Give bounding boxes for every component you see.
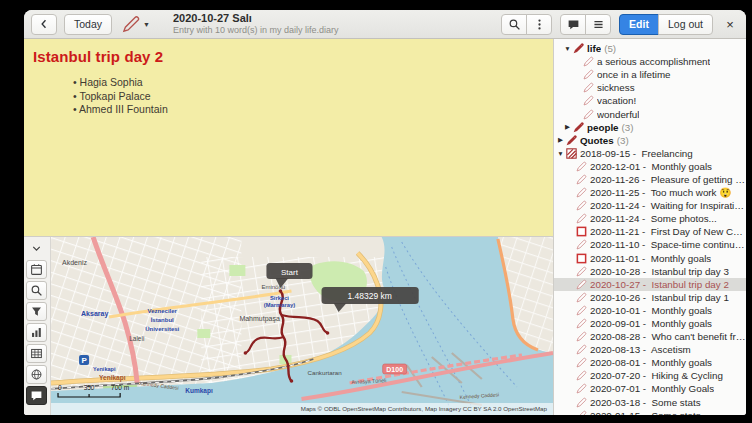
sidebar-entry-row[interactable]: a serious accomplishment (554, 55, 746, 68)
entry-bullet-list: • Hagia Sophia• Topkapi Palace• Ahmed II… (73, 76, 541, 117)
entry-text-area[interactable]: Istanbul trip day 2 • Hagia Sophia• Topk… (24, 39, 553, 236)
map-label: Vezneciler (148, 308, 178, 314)
entry-pencil-icon (576, 344, 587, 355)
pencil-icon (121, 15, 140, 34)
expander-closed-icon[interactable]: ▶ (563, 123, 572, 131)
bullet-item: • Hagia Sophia (73, 76, 541, 90)
edit-button[interactable]: Edit (619, 14, 659, 35)
sidebar-entry-row[interactable]: once in a lifetime (554, 68, 746, 81)
svg-text:D100: D100 (386, 366, 403, 373)
bar-chart-button[interactable] (26, 323, 47, 342)
map-label: Cankurtaran (308, 369, 343, 376)
entry-pencil-icon (576, 318, 587, 329)
today-button[interactable]: Today (64, 14, 112, 35)
sidebar-entry-row[interactable]: 2020-09-01 - Monthly goals (554, 317, 746, 330)
entry-pencil-icon (576, 187, 587, 198)
calendar-button[interactable] (26, 260, 47, 279)
sidebar-item-count: (3) (622, 122, 634, 133)
sidebar-entry-row[interactable]: 2020-11-26 - Pleasure of getting exac... (554, 173, 746, 186)
sidebar-tag-row[interactable]: ▼life(5) (554, 42, 746, 55)
chevron-left-icon (38, 18, 50, 30)
map-label: İstanbul (151, 317, 174, 323)
sidebar-entry-row[interactable]: 2020-03-18 - Some stats (554, 396, 746, 409)
sidebar-entry-row[interactable]: 2020-08-01 - Monthly goals (554, 356, 746, 369)
sidebar-item-label: 2020-07-01 - Monthly Goals (590, 383, 714, 394)
map-side-toolbar (24, 237, 51, 415)
expander-open-icon[interactable]: ▼ (556, 150, 565, 157)
sidebar-entry-row[interactable]: 2020-11-21 - First Day of New Covid R... (554, 225, 746, 238)
tag-chapter-sidebar: ▼life(5)a serious accomplishmentonce in … (554, 39, 746, 415)
back-button[interactable] (31, 14, 57, 35)
sidebar-entry-row[interactable]: 2020-10-28 - Istanbul trip day 3 (554, 265, 746, 278)
comments-button[interactable] (560, 14, 586, 35)
sidebar-entry-row[interactable]: 2020-12-01 - Monthly goals (554, 160, 746, 173)
table-button[interactable] (26, 344, 47, 363)
sidebar-entry-row[interactable]: 2020-01-15 - Some stats (554, 409, 746, 415)
entry-pencil-icon (583, 109, 594, 120)
globe-button[interactable] (26, 365, 47, 384)
close-button[interactable]: × (721, 17, 739, 32)
map-label: Sirkeci (270, 295, 289, 301)
sidebar-entry-row[interactable]: 2020-11-25 - Too much work 😲 (554, 186, 746, 199)
sidebar-entry-row[interactable]: 2020-11-24 - Waiting for Inspiration... (554, 199, 746, 212)
filter-button[interactable] (26, 302, 47, 321)
entry-title: Istanbul trip day 2 (33, 48, 541, 65)
menu-kebab-button[interactable] (526, 14, 552, 35)
logout-button[interactable]: Log out (658, 14, 713, 35)
sidebar-item-label: 2020-10-26 - Istanbul trip day 1 (590, 292, 729, 303)
chapter-icon (566, 148, 577, 159)
map-section: P D100 Akdeniz Aksaray Vezneciler İstanb… (24, 236, 553, 415)
sidebar-item-label: sickness (597, 82, 635, 93)
sidebar-entry-row[interactable]: sickness (554, 81, 746, 94)
map-canvas[interactable]: P D100 Akdeniz Aksaray Vezneciler İstanb… (51, 237, 553, 415)
sidebar-item-count: (3) (617, 135, 629, 146)
sidebar-entry-row[interactable]: wonderful (554, 107, 746, 120)
map-label: Yenikapi (93, 366, 116, 372)
sidebar-entry-row[interactable]: vacation! (554, 94, 746, 107)
sidebar-entry-row[interactable]: 2020-08-28 - Who can't benefit from ... (554, 330, 746, 343)
sidebar-entry-row[interactable]: 2020-11-01 - Monthly goals (554, 252, 746, 265)
entry-pencil-icon (576, 239, 587, 250)
entry-pencil-icon (576, 383, 587, 394)
search-icon (508, 18, 521, 31)
expander-open-icon[interactable]: ▼ (563, 45, 572, 52)
edit-tool-split-button[interactable]: ▼ (119, 14, 152, 35)
parking-icon: P (79, 355, 89, 365)
map-label: Aksaray (81, 310, 108, 318)
bullet-item: • Topkapi Palace (73, 90, 541, 104)
sidebar-tag-row[interactable]: ▶people(3) (554, 121, 746, 134)
sidebar-entry-row[interactable]: 2020-10-27 - Istanbul trip day 2 (554, 278, 746, 291)
sidebar-entry-row[interactable]: 2020-11-24 - Some photos... (554, 212, 746, 225)
sidebar-entry-row[interactable]: 2020-07-01 - Monthly Goals (554, 382, 746, 395)
search-button[interactable] (501, 14, 527, 35)
map-label: Yenikapı (99, 374, 126, 382)
map-label: (Marmaray) (264, 302, 295, 308)
table-icon (30, 347, 43, 360)
sidebar-item-label: life (587, 43, 601, 54)
globe-icon (30, 368, 43, 381)
sidebar-item-label: 2020-11-25 - Too much work 😲 (590, 187, 731, 198)
sidebar-entry-row[interactable]: 2020-07-20 - Hiking & Cycling (554, 369, 746, 382)
sidebar-entry-row[interactable]: 2020-10-26 - Istanbul trip day 1 (554, 291, 746, 304)
chevron-down-icon[interactable]: ▼ (143, 21, 150, 28)
chevron-down-button[interactable] (26, 239, 47, 258)
sidebar-tag-row[interactable]: ▶Quotes(3) (554, 134, 746, 147)
sidebar-entry-row[interactable]: 2020-10-01 - Monthly goals (554, 304, 746, 317)
expander-closed-icon[interactable]: ▶ (556, 136, 565, 144)
map-attribution: Maps © ODBL OpenStreetMap Contributors, … (51, 403, 553, 415)
sidebar-item-label: 2020-08-13 - Ascetism (590, 344, 691, 355)
search-button[interactable] (26, 281, 47, 300)
sidebar-item-label: 2020-08-01 - Monthly goals (590, 357, 712, 368)
app-window: Today ▼ 2020-10-27 Salı Entry with 10 wo… (24, 10, 746, 415)
entry-pencil-icon (576, 266, 587, 277)
sidebar-entry-row[interactable]: 2020-11-10 - Space-time continuum (554, 238, 746, 251)
entry-pencil-icon (576, 174, 587, 185)
sidebar-entry-row[interactable]: 2020-08-13 - Ascetism (554, 343, 746, 356)
sidebar-chapter-row[interactable]: ▼2018-09-15 - Freelancing (554, 147, 746, 160)
hamburger-menu-button[interactable] (585, 14, 611, 35)
sidebar-item-label: 2020-11-24 - Waiting for Inspiration... (590, 200, 746, 211)
svg-text:Maps © ODBL OpenStreetMap Cont: Maps © ODBL OpenStreetMap Contributors, … (301, 406, 548, 413)
header-bar: Today ▼ 2020-10-27 Salı Entry with 10 wo… (24, 10, 746, 39)
comment-button[interactable] (26, 386, 47, 405)
tag-pencil-icon (566, 135, 577, 146)
